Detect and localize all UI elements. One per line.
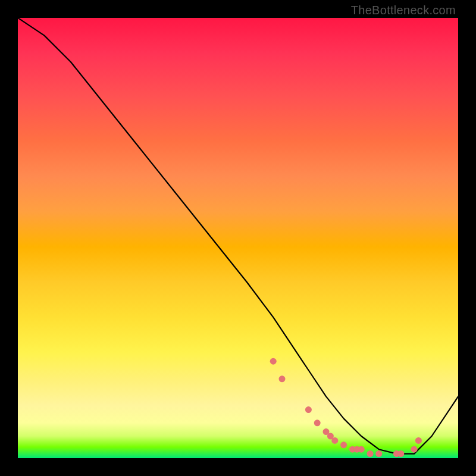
data-point: [367, 450, 374, 457]
data-point: [411, 446, 418, 453]
data-point: [397, 450, 404, 457]
data-point: [358, 446, 365, 453]
curve-line: [18, 18, 458, 454]
data-point: [279, 375, 286, 382]
data-point: [314, 419, 321, 426]
data-point: [331, 437, 338, 444]
data-point: [270, 358, 277, 365]
data-point: [375, 450, 382, 457]
data-point: [305, 406, 312, 413]
data-point: [340, 441, 347, 448]
data-point: [415, 437, 422, 444]
data-points: [270, 358, 422, 457]
chart-overlay: [18, 18, 458, 458]
watermark-text: TheBottleneck.com: [351, 4, 456, 17]
chart-frame: TheBottleneck.com: [0, 0, 476, 476]
